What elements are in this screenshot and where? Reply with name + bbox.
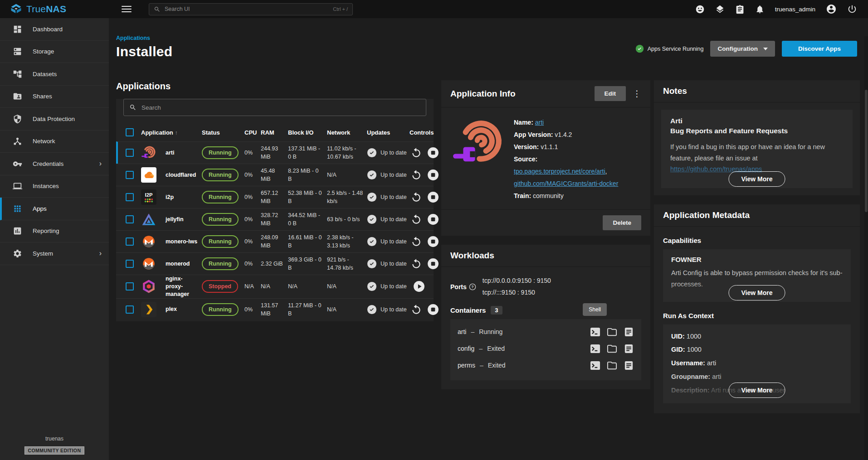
network-cell: 921 b/s - 14.78 kb/s — [327, 256, 367, 272]
volumes-folder-button[interactable] — [607, 360, 617, 371]
row-checkbox[interactable] — [126, 215, 134, 223]
stop-button[interactable] — [427, 213, 439, 225]
sidebar-item-apps[interactable]: Apps — [0, 198, 109, 220]
restart-button[interactable] — [410, 304, 422, 315]
table-row-monero-lws[interactable]: monero-lws Running 0% 248.09 MiB 16.61 M… — [116, 230, 434, 252]
kebab-menu-icon[interactable]: ⋮ — [633, 89, 641, 98]
stop-button[interactable] — [427, 258, 439, 270]
delete-button[interactable]: Delete — [603, 215, 641, 230]
shell-button[interactable] — [590, 344, 600, 354]
blockio-cell: 52.38 MiB - 0 B — [288, 189, 327, 205]
table-row-i2p[interactable]: I2P i2p Running 0% 657.12 MiB 52.38 MiB … — [116, 186, 434, 208]
up-to-date-icon — [367, 281, 377, 291]
restart-button[interactable] — [410, 147, 422, 159]
sidebar-item-credentials[interactable]: Credentials › — [0, 153, 109, 175]
table-row-jellyfin[interactable]: jellyfin Running 0% 328.72 MiB 344.52 Mi… — [116, 208, 434, 230]
cpu-cell: N/A — [244, 282, 261, 291]
apps-search[interactable] — [123, 99, 426, 116]
network-cell: 63 b/s - 0 b/s — [327, 215, 367, 223]
table-row-monerod[interactable]: monerod Running 0% 2.32 GiB 369.3 GiB - … — [116, 252, 434, 275]
truecommand-icon[interactable] — [715, 5, 725, 14]
col-application[interactable]: Application ↑ — [141, 129, 202, 136]
restart-button[interactable] — [410, 236, 422, 247]
jobs-clipboard-icon[interactable] — [735, 5, 745, 14]
application-info-title: Application Info — [450, 89, 516, 99]
shell-button[interactable] — [590, 327, 600, 337]
power-icon[interactable] — [847, 4, 857, 14]
sidebar-item-storage[interactable]: Storage — [0, 41, 109, 63]
sidebar-item-reporting[interactable]: Reporting — [0, 220, 109, 243]
row-checkbox[interactable] — [126, 193, 134, 201]
col-updates[interactable]: Updates — [367, 129, 410, 136]
table-row-cloudflared[interactable]: cloudflared Running 0% 45.48 MiB 8.23 Mi… — [116, 164, 434, 186]
table-row-plex[interactable]: plex Running 0% 131.57 MiB 11.27 MiB - 0… — [116, 298, 434, 320]
sidebar-item-datasets[interactable]: Datasets — [0, 63, 109, 86]
notifications-bell-icon[interactable] — [755, 5, 765, 14]
row-checkbox[interactable] — [126, 282, 134, 291]
sidebar-item-system[interactable]: System › — [0, 242, 109, 265]
storage-icon — [13, 47, 22, 56]
stop-button[interactable] — [427, 304, 439, 315]
menu-toggle-icon[interactable] — [122, 4, 132, 14]
volumes-folder-button[interactable] — [607, 344, 617, 354]
stop-button[interactable] — [427, 169, 439, 181]
monero-lws-app-icon — [141, 234, 156, 249]
restart-button[interactable] — [410, 191, 422, 203]
logs-button[interactable] — [624, 327, 634, 337]
containers-list: arti–Running config–Exited — [450, 319, 641, 380]
sidebar-item-dashboard[interactable]: Dashboard — [0, 18, 109, 41]
col-blockio[interactable]: Block I/O — [288, 129, 327, 136]
restart-button[interactable] — [410, 169, 422, 181]
notes-view-more-button[interactable]: View More — [729, 171, 785, 187]
user-avatar-icon[interactable] — [826, 4, 837, 15]
global-search-input[interactable] — [165, 6, 329, 12]
source-link-github[interactable]: github.com/MAGICGrants/arti-docker — [514, 180, 618, 187]
status-badge: Running — [202, 146, 239, 159]
shell-button[interactable] — [590, 360, 600, 371]
feedback-smiley-icon[interactable] — [695, 5, 705, 14]
app-name-link[interactable]: arti — [535, 119, 544, 126]
global-search[interactable]: Ctrl + / — [149, 3, 353, 15]
application-metadata-panel: Application Metadata Capabilities FOWNER… — [654, 204, 860, 413]
table-header-row: Application ↑ Status CPU RAM Block I/O N… — [116, 123, 434, 141]
restart-button[interactable] — [410, 213, 422, 225]
row-checkbox[interactable] — [126, 260, 134, 268]
volumes-folder-button[interactable] — [607, 327, 617, 337]
col-cpu[interactable]: CPU — [244, 129, 261, 136]
discover-apps-button[interactable]: Discover Apps — [782, 41, 857, 57]
search-shortcut-hint: Ctrl + / — [333, 6, 348, 12]
stop-button[interactable] — [427, 147, 439, 159]
row-checkbox[interactable] — [126, 149, 134, 157]
help-icon[interactable]: ? — [469, 283, 476, 291]
select-all-checkbox[interactable] — [126, 128, 134, 136]
row-checkbox[interactable] — [126, 237, 134, 246]
sidebar-item-instances[interactable]: Instances — [0, 175, 109, 198]
start-button[interactable] — [413, 281, 425, 292]
scrollbar-thumb[interactable] — [865, 90, 868, 212]
logs-button[interactable] — [624, 360, 634, 371]
sidebar-item-shares[interactable]: Shares — [0, 86, 109, 108]
restart-button[interactable] — [410, 258, 422, 270]
stop-button[interactable] — [427, 236, 439, 247]
sidebar-item-network[interactable]: Network — [0, 131, 109, 153]
configuration-button[interactable]: Configuration — [710, 41, 775, 57]
row-checkbox[interactable] — [126, 171, 134, 179]
run-as-view-more-button[interactable]: View More — [729, 383, 785, 398]
col-status[interactable]: Status — [202, 129, 244, 136]
table-row-arti[interactable]: arti Running 0% 244.93 MiB 137.31 MiB - … — [116, 141, 434, 164]
sidebar-item-data-protection[interactable]: Data Protection — [0, 108, 109, 131]
sidebar-item-label: Storage — [33, 48, 54, 55]
col-ram[interactable]: RAM — [261, 129, 288, 136]
breadcrumb[interactable]: Applications — [116, 35, 150, 41]
col-network[interactable]: Network — [327, 129, 367, 136]
source-link-torproject[interactable]: tpo.pages.torproject.net/core/arti — [514, 168, 605, 175]
stop-button[interactable] — [427, 191, 439, 203]
row-checkbox[interactable] — [126, 305, 134, 314]
edit-button[interactable]: Edit — [595, 86, 626, 101]
table-row-nginx-proxy-manager[interactable]: nginx-proxy-manager Stopped N/A N/A N/A … — [116, 275, 434, 298]
apps-search-input[interactable] — [141, 104, 420, 111]
logs-button[interactable] — [624, 344, 634, 354]
capabilities-view-more-button[interactable]: View More — [729, 285, 785, 300]
scrollbar[interactable] — [864, 36, 868, 460]
truenas-logo[interactable]: TrueNAS — [0, 3, 109, 15]
